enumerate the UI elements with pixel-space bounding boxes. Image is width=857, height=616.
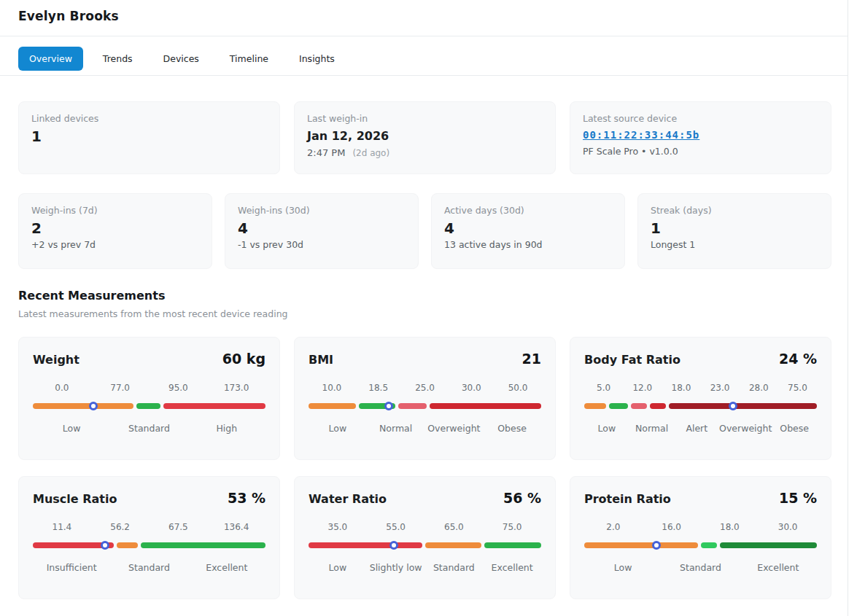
gauge-segment [631,403,647,409]
gauge-segment [141,542,265,548]
gauge-segment [650,403,666,409]
gauge-segment [33,403,133,409]
gauge-segment [425,542,482,548]
gauge-zone-row: InsufficientStandardExcellent [33,562,265,573]
stat-value: 4 [444,219,612,237]
zone-label: Low [309,423,367,434]
gauge-segment [584,542,698,548]
zone-label: Normal [629,423,675,434]
stat-label: Streak (days) [651,205,818,216]
tab-bar: Overview Trends Devices Timeline Insight… [0,36,848,76]
gauge-segment [609,403,628,409]
gauge-segment [309,542,422,548]
tick-label: 0.0 [33,383,91,393]
gauge-segment [163,403,265,409]
zone-label: Normal [367,423,425,434]
measurement-title: Body Fat Ratio [584,353,680,367]
gauge-marker-dot [101,541,109,550]
measurement-value: 24 % [779,351,817,367]
gauge-zone-row: LowNormalAlertOverweightObese [584,423,817,434]
last-weigh-in-label: Last weigh-in [307,113,543,124]
stat-label: Weigh-ins (30d) [238,205,406,216]
measurement-value: 60 kg [222,351,265,367]
tick-label: 2.0 [584,522,643,532]
tick-label: 35.0 [309,522,367,532]
gauge-segment [669,403,817,409]
tick-label: 67.5 [150,522,208,532]
tab-timeline[interactable]: Timeline [219,47,279,71]
tab-insights[interactable]: Insights [288,47,346,71]
gauge-segment [720,542,817,548]
gauge-segment [117,542,137,548]
zone-label: Slightly low [367,562,425,573]
zone-label: Low [33,423,110,434]
tick-label: 56.2 [91,522,150,532]
source-device-name: PF Scale Pro • v1.0.0 [583,146,818,157]
tab-trends[interactable]: Trends [92,47,144,71]
gauge-bar [584,403,817,409]
stat-value: 4 [238,219,406,237]
gauge-bar [584,542,817,548]
tick-label: 23.0 [701,383,740,393]
measurement-value: 15 % [779,490,817,506]
measurement-card: Muscle Ratio 53 % 11.456.267.5136.4 Insu… [18,476,280,599]
tick-label: 173.0 [207,383,265,393]
overview-panel: Linked devices 1 Last weigh-in Jan 12, 2… [0,101,848,612]
last-weigh-in-time-row: 2:47 PM(2d ago) [307,147,543,158]
measurement-card: Water Ratio 56 % 35.055.065.075.0 LowSli… [294,476,556,599]
gauge-segments [33,542,265,548]
tick-label: 30.0 [448,383,495,393]
measurement-card: Body Fat Ratio 24 % 5.012.018.023.028.07… [570,337,831,460]
gauge-marker-dot [652,541,661,550]
zone-label: Low [584,423,629,434]
gauge-bar [309,542,541,548]
last-weigh-in-date: Jan 12, 2026 [307,129,543,143]
stat-value: 1 [651,219,818,237]
zone-label: Excellent [740,562,817,573]
last-weigh-in-ago: (2d ago) [352,148,389,158]
measurement-card: Weight 60 kg 0.077.095.0173.0 LowStandar… [18,337,280,460]
measurement-card-header: BMI 21 [309,351,541,367]
gauge-segment [398,403,426,409]
gauge-marker-dot [384,402,393,410]
source-device-card: Latest source device 00:11:22:33:44:5b P… [570,101,831,174]
recent-measurements-header: Recent Measurements Latest measurements … [18,289,831,319]
tick-label: 75.0 [778,383,817,393]
gauge-marker-dot [729,402,737,410]
tick-label: 11.4 [33,522,91,532]
stat-sub: Longest 1 [651,239,818,250]
tab-overview[interactable]: Overview [18,47,83,71]
zone-label: High [188,423,265,434]
gauge-zone-row: LowNormalOverweightObese [309,423,541,434]
tick-label: 12.0 [623,383,662,393]
summary-cards-row: Linked devices 1 Last weigh-in Jan 12, 2… [18,101,831,174]
gauge-segments [33,403,265,409]
tick-label: 30.0 [759,522,817,532]
last-weigh-in-time: 2:47 PM [307,147,345,158]
tick-label: 18.0 [662,383,700,393]
zone-label: Insufficient [33,562,110,573]
linked-devices-value: 1 [31,128,267,145]
gauge-bar [309,403,541,409]
gauge-segment [309,403,356,409]
zone-label: Low [309,562,367,573]
zone-label: Overweight [425,423,484,434]
gauge-tick-row: 5.012.018.023.028.075.0 [584,383,817,393]
gauge-tick-row: 10.018.525.030.050.0 [309,383,541,393]
source-device-mac-link[interactable]: 00:11:22:33:44:5b [583,129,699,141]
tick-label: 136.4 [207,522,265,532]
gauge-segment [584,403,606,409]
gauge-marker-dot [89,402,98,410]
stat-label: Active days (30d) [444,205,612,216]
tick-label: 10.0 [309,383,355,393]
measurement-card: BMI 21 10.018.525.030.050.0 LowNormalOve… [294,337,556,460]
linked-devices-label: Linked devices [31,113,267,124]
measurement-title: Weight [33,353,80,367]
stat-sub: 13 active days in 90d [444,239,612,250]
gauge-segment [430,403,542,409]
stat-card-active-days: Active days (30d) 4 13 active days in 90… [431,193,625,269]
section-subtitle: Latest measurements from the most recent… [18,308,831,319]
tab-devices[interactable]: Devices [152,47,210,71]
zone-label: Standard [110,562,187,573]
stat-label: Weigh-ins (7d) [31,205,199,216]
